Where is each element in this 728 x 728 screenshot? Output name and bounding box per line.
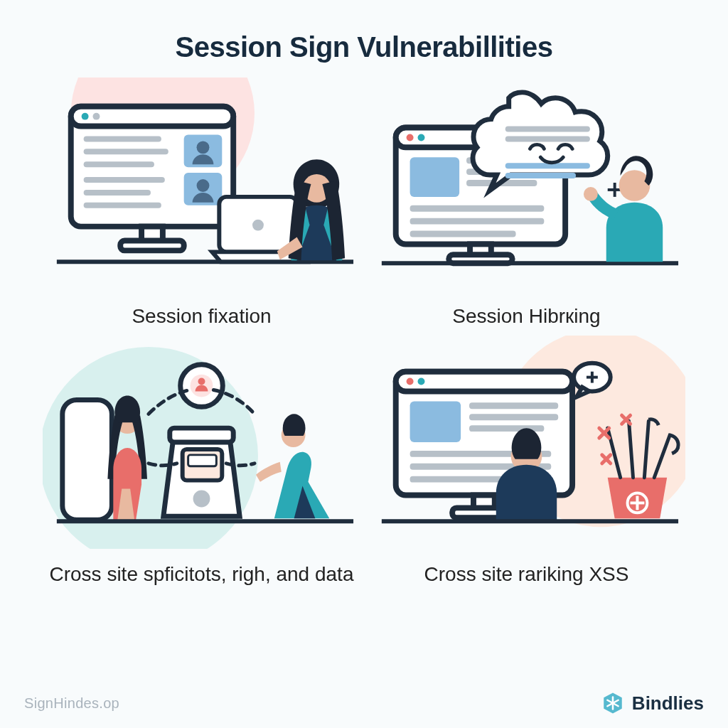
svg-rect-28 (410, 157, 460, 197)
svg-rect-6 (120, 240, 183, 250)
svg-point-47 (193, 491, 210, 508)
svg-rect-64 (469, 414, 558, 420)
footer-site-label: SignHindes.op (24, 695, 119, 712)
caption-session-fixation: Session fixation (132, 304, 271, 328)
illustration-session-hijacking (368, 77, 685, 291)
svg-rect-8 (84, 149, 168, 154)
svg-rect-11 (84, 190, 151, 196)
caption-cross-site-data: Cross site spficitots, righ, and data (50, 562, 354, 587)
panel-session-fixation: Session fixation (43, 77, 360, 328)
page-title: Session Sign Vulnerabillities (0, 0, 728, 63)
svg-rect-33 (410, 218, 545, 225)
brand-logo-icon (601, 691, 625, 715)
svg-point-59 (418, 378, 425, 385)
svg-point-52 (198, 378, 205, 385)
illustration-cross-site-data (43, 336, 360, 549)
svg-point-58 (407, 378, 414, 385)
svg-rect-36 (505, 136, 590, 141)
svg-rect-38 (505, 173, 576, 178)
footer-brand: Bindlies (601, 691, 704, 715)
svg-rect-44 (63, 400, 112, 520)
panel-grid: Session fixation (0, 63, 728, 587)
svg-point-42 (584, 187, 598, 201)
panel-cross-site-xss: Cross site rariking XSS (368, 336, 685, 587)
svg-rect-63 (469, 402, 558, 409)
svg-rect-27 (449, 255, 512, 263)
svg-rect-46 (170, 428, 233, 442)
caption-cross-site-xss: Cross site rariking XSS (424, 562, 629, 587)
svg-point-4 (93, 113, 100, 120)
svg-rect-10 (84, 177, 165, 183)
svg-rect-34 (410, 231, 516, 237)
svg-rect-49 (188, 455, 217, 466)
panel-session-hijacking: Session Hibrкing (368, 77, 685, 328)
svg-rect-12 (84, 203, 161, 208)
svg-rect-35 (505, 127, 590, 132)
svg-point-24 (407, 134, 414, 141)
svg-rect-9 (84, 161, 154, 167)
svg-point-3 (82, 113, 89, 120)
caption-session-hijacking: Session Hibrкing (452, 304, 600, 328)
svg-point-19 (252, 220, 264, 231)
svg-rect-7 (84, 136, 161, 141)
brand-name: Bindlies (632, 692, 704, 714)
svg-point-25 (418, 134, 425, 141)
footer: SignHindes.op Bindlies (0, 691, 728, 715)
svg-point-41 (619, 170, 651, 201)
svg-rect-32 (410, 205, 545, 212)
illustration-session-fixation (43, 77, 360, 291)
svg-point-16 (197, 179, 210, 192)
illustration-cross-site-xss (368, 336, 685, 549)
panel-cross-site-data: Cross site spficitots, righ, and data (43, 336, 360, 587)
svg-rect-62 (410, 401, 461, 442)
svg-point-14 (197, 141, 210, 154)
